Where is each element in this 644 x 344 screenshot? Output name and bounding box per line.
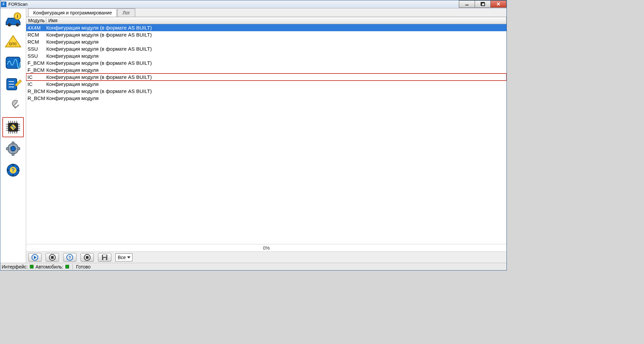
column-header-name[interactable]: Имя [46, 17, 506, 24]
svg-rect-48 [7, 169, 9, 171]
row-module: R_BCM [26, 95, 46, 101]
svg-rect-41 [18, 148, 20, 150]
sidebar-item-oscilloscope[interactable] [2, 53, 24, 73]
table-row[interactable]: R_BCMКонфигурация модуля (в формате AS B… [26, 88, 506, 95]
row-module: F_BCM [26, 60, 46, 66]
app-window: F FORScan i [0, 0, 507, 271]
svg-rect-49 [17, 169, 19, 171]
svg-point-6 [16, 23, 19, 27]
row-name: Конфигурация модуля (в формате AS BUILT) [46, 25, 506, 31]
table-row[interactable]: SSUКонфигурация модуля (в формате AS BUI… [26, 45, 506, 52]
svg-rect-47 [12, 174, 14, 176]
row-name: Конфигурация модуля (в формате AS BUILT) [46, 32, 506, 38]
table-row[interactable]: 4X4MКонфигурация модуля (в формате AS BU… [26, 24, 506, 31]
app-icon: F [1, 2, 6, 7]
app-title: FORScan [8, 2, 28, 7]
svg-rect-53 [51, 256, 54, 259]
column-headers: Модуль Имя [26, 17, 506, 24]
row-module: SSU [26, 46, 46, 52]
table-row[interactable]: SSUКонфигурация модуля [26, 52, 506, 59]
main-panel: Конфигурация и программирование Лог Моду… [26, 8, 506, 263]
svg-point-5 [8, 23, 11, 27]
row-module: IC [26, 74, 46, 80]
close-button[interactable] [490, 0, 506, 8]
sidebar-item-tests[interactable] [2, 74, 24, 94]
progress-bar: 0% [26, 244, 506, 251]
filter-select[interactable]: Все [115, 253, 132, 261]
svg-rect-57 [86, 256, 89, 259]
help-button[interactable]: ? [63, 253, 76, 262]
statusbar: Интерфейс: Автомобиль: Готово [0, 263, 506, 270]
status-interface-indicator-icon [30, 265, 34, 268]
table-row[interactable]: RCMКонфигурация модуля (в формате AS BUI… [26, 31, 506, 38]
status-car-indicator-icon [65, 265, 69, 268]
status-interface-label: Интерфейс: [2, 264, 28, 269]
status-ready-label: Готово [76, 264, 91, 269]
svg-text:DTC: DTC [9, 42, 17, 46]
svg-text:?: ? [68, 255, 71, 260]
bottom-toolbar: ? Все [26, 251, 506, 263]
sidebar-item-dtc[interactable]: DTC [2, 31, 24, 51]
row-name: Конфигурация модуля [46, 95, 506, 101]
sidebar-item-programming[interactable] [2, 117, 24, 137]
svg-text:i: i [17, 14, 18, 19]
table-row[interactable]: R_BCMКонфигурация модуля [26, 95, 506, 102]
sidebar-item-service[interactable] [2, 96, 24, 116]
svg-rect-59 [103, 255, 106, 257]
tab-config-programming[interactable]: Конфигурация и программирование [28, 8, 117, 17]
row-module: IC [26, 81, 46, 87]
module-list[interactable]: 4X4MКонфигурация модуля (в формате AS BU… [26, 24, 506, 244]
table-row[interactable]: ICКонфигурация модуля (в формате AS BUIL… [26, 73, 506, 81]
sidebar-item-about[interactable]: ? [2, 160, 24, 180]
body-area: i DTC [0, 8, 506, 263]
row-name: Конфигурация модуля [46, 53, 506, 59]
svg-rect-39 [12, 153, 14, 155]
titlebar: F FORScan [0, 0, 506, 8]
svg-rect-60 [103, 258, 106, 260]
sidebar-item-settings[interactable] [2, 139, 24, 159]
status-car-label: Автомобиль: [36, 264, 63, 269]
table-row[interactable]: F_BCMКонфигурация модуля (в формате AS B… [26, 59, 506, 66]
row-module: 4X4M [26, 25, 46, 31]
row-name: Конфигурация модуля [46, 67, 506, 73]
row-module: RCM [26, 39, 46, 45]
row-module: SSU [26, 53, 46, 59]
column-header-module[interactable]: Модуль [26, 17, 46, 24]
svg-point-42 [11, 146, 15, 151]
tab-log[interactable]: Лог [117, 8, 135, 17]
table-row[interactable]: RCMКонфигурация модуля [26, 38, 506, 45]
stop-button[interactable] [46, 253, 59, 262]
play-button[interactable] [28, 253, 42, 262]
load-button[interactable] [80, 253, 94, 262]
filter-select-wrap: Все [115, 253, 132, 261]
progress-text: 0% [263, 245, 270, 251]
svg-rect-38 [12, 142, 14, 144]
svg-rect-2 [482, 3, 485, 6]
row-module: R_BCM [26, 88, 46, 94]
row-name: Конфигурация модуля (в формате AS BUILT) [46, 60, 506, 66]
status-separator [72, 264, 73, 269]
tab-bar: Конфигурация и программирование Лог [26, 8, 506, 17]
row-name: Конфигурация модуля (в формате AS BUILT) [46, 88, 506, 94]
row-name: Конфигурация модуля [46, 81, 506, 87]
minimize-button[interactable] [459, 0, 475, 8]
sidebar-item-vehicle-info[interactable]: i [2, 10, 24, 30]
row-module: RCM [26, 32, 46, 38]
maximize-button[interactable] [475, 0, 491, 8]
row-name: Конфигурация модуля [46, 39, 506, 45]
svg-marker-51 [34, 256, 37, 259]
window-controls [459, 0, 506, 8]
row-name: Конфигурация модуля (в формате AS BUILT) [46, 46, 506, 52]
save-button[interactable] [98, 253, 111, 262]
table-row[interactable]: F_BCMКонфигурация модуля [26, 66, 506, 73]
svg-rect-40 [6, 148, 8, 150]
sidebar: i DTC [0, 8, 26, 263]
svg-rect-46 [12, 164, 14, 166]
row-name: Конфигурация модуля (в формате AS BUILT) [46, 74, 506, 80]
svg-text:?: ? [11, 167, 15, 173]
table-row[interactable]: ICКонфигурация модуля [26, 81, 506, 88]
row-module: F_BCM [26, 67, 46, 73]
